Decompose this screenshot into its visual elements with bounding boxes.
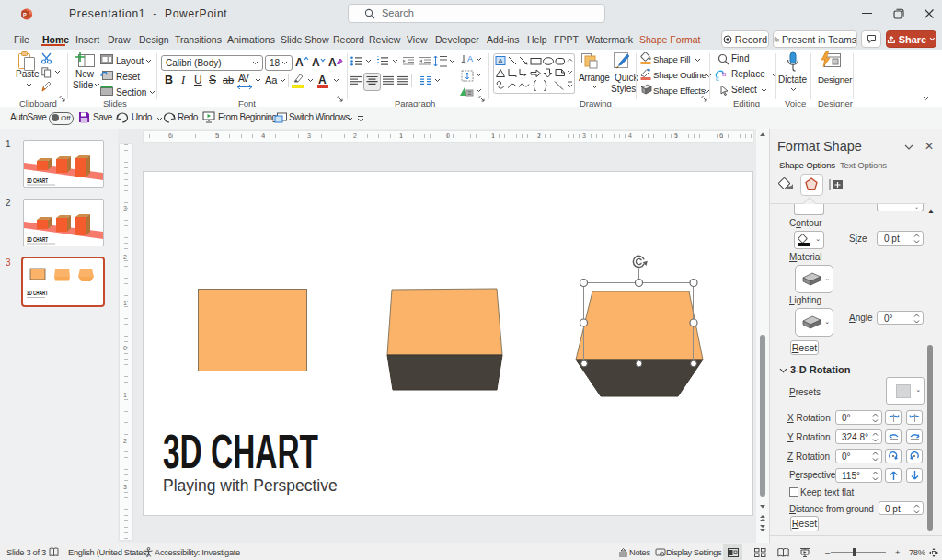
svg-text:A: A (467, 54, 473, 63)
svg-text:Playing with Perspective: Playing with Perspective (163, 476, 338, 495)
svg-text:c: c (716, 75, 719, 81)
svg-text:b: b (722, 70, 727, 78)
svg-text:3D CHART: 3D CHART (163, 425, 318, 478)
svg-text:P: P (23, 12, 27, 17)
svg-text:A: A (498, 57, 503, 65)
